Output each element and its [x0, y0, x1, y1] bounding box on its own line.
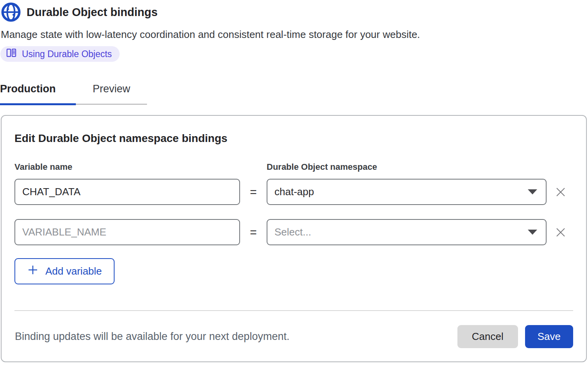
variable-name-input[interactable] [14, 219, 240, 245]
deployment-note: Binding updates will be available for yo… [14, 331, 289, 343]
binding-row: = chat-app [14, 179, 573, 205]
remove-binding-button[interactable] [553, 225, 568, 240]
add-variable-label: Add variable [45, 265, 102, 277]
tab-production[interactable]: Production [0, 83, 76, 105]
add-variable-button[interactable]: Add variable [14, 258, 115, 284]
column-labels: Variable name Durable Object namespace [14, 162, 573, 172]
namespace-label: Durable Object namespace [267, 162, 547, 172]
durable-objects-settings-page: Durable Object bindings Manage state wit… [0, 0, 588, 362]
cancel-button[interactable]: Cancel [457, 325, 518, 348]
namespace-select[interactable]: Select... [267, 219, 547, 245]
equals-sign: = [240, 185, 267, 199]
page-description: Manage state with low-latency coordinati… [0, 29, 588, 41]
variable-name-input[interactable] [14, 179, 240, 205]
plus-icon [27, 264, 39, 279]
book-icon [6, 47, 17, 61]
docs-link-badge[interactable]: Using Durable Objects [0, 46, 120, 62]
save-button[interactable]: Save [525, 325, 573, 348]
binding-row: = Select... [14, 219, 573, 245]
namespace-select-value: Select... [274, 226, 311, 238]
equals-sign: = [240, 226, 267, 239]
tab-preview[interactable]: Preview [76, 83, 147, 104]
variable-name-label: Variable name [14, 162, 240, 172]
close-icon [555, 234, 566, 239]
page-header: Durable Object bindings [0, 2, 588, 22]
remove-binding-button[interactable] [553, 185, 568, 199]
globe-icon [1, 2, 21, 22]
card-heading: Edit Durable Object namespace bindings [14, 132, 573, 145]
chevron-down-icon [528, 230, 537, 235]
page-title: Durable Object bindings [27, 6, 158, 19]
docs-link-label: Using Durable Objects [22, 49, 112, 59]
namespace-select[interactable]: chat-app [267, 179, 547, 205]
environment-tabs: Production Preview [0, 83, 147, 105]
footer-actions: Cancel Save [457, 325, 573, 348]
namespace-select-value: chat-app [274, 186, 314, 198]
chevron-down-icon [528, 189, 537, 194]
bindings-editor-card: Edit Durable Object namespace bindings V… [1, 115, 587, 362]
card-divider [14, 310, 573, 311]
card-footer: Binding updates will be available for yo… [14, 325, 573, 348]
close-icon [555, 193, 566, 199]
